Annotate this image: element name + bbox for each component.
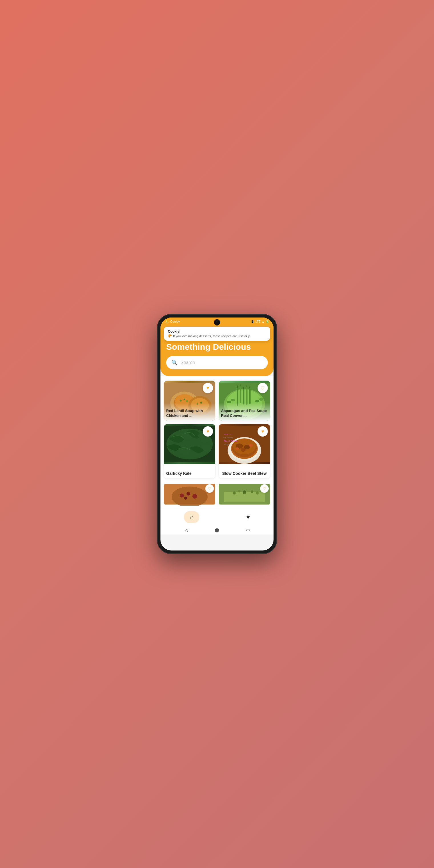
recipe-title-3: Garlicky Kale bbox=[164, 464, 215, 478]
heart-icon-4: ♥ bbox=[261, 429, 264, 434]
svg-rect-18 bbox=[246, 387, 247, 405]
recents-button[interactable]: ▭ bbox=[245, 527, 251, 533]
home-icon: ⌂ bbox=[190, 514, 193, 521]
svg-point-49 bbox=[180, 493, 184, 497]
header-title: Something Delicious bbox=[166, 342, 268, 351]
recipe-card-1[interactable]: ♥ Red Lentil Soup with Chicken and ... bbox=[164, 381, 215, 421]
camera-cutout bbox=[214, 319, 220, 326]
heart-button-2[interactable]: ♡ bbox=[257, 383, 268, 393]
lte-label: LTE bbox=[255, 320, 260, 323]
signal-icon: ▲ bbox=[261, 320, 265, 323]
search-placeholder: Search bbox=[181, 360, 195, 365]
svg-text:recipe: recipe bbox=[224, 443, 229, 446]
bell-icon: 🔔 bbox=[165, 320, 169, 323]
search-bar[interactable]: 🔍 Search bbox=[166, 356, 268, 369]
phone-frame: 🔔 Cookly 📳 LTE ▲ 🔋 Cookly! 🥐 If you love… bbox=[157, 314, 277, 554]
heart-icon-6: ♡ bbox=[263, 486, 267, 491]
phone-screen: 🔔 Cookly 📳 LTE ▲ 🔋 Cookly! 🥐 If you love… bbox=[160, 317, 274, 551]
svg-point-58 bbox=[251, 491, 253, 493]
nav-home[interactable]: ⌂ bbox=[184, 511, 199, 523]
svg-rect-17 bbox=[243, 389, 244, 405]
recipe-grid: ♥ Red Lentil Soup with Chicken and ... bbox=[160, 376, 274, 483]
svg-text:Beef Stew: Beef Stew bbox=[224, 439, 238, 442]
notification-body: 🥐 If you love making desserts, these rec… bbox=[168, 334, 266, 338]
heart-icon-1: ♥ bbox=[207, 385, 209, 391]
svg-point-28 bbox=[259, 398, 263, 401]
recipe-title-4: Slow Cooker Beef Stew bbox=[219, 464, 270, 478]
recipe-title-1: Red Lentil Soup with Chicken and ... bbox=[164, 403, 215, 421]
vibrate-icon: 📳 bbox=[251, 320, 254, 323]
nav-favorites[interactable]: ♥ bbox=[246, 514, 250, 521]
recipe-card-5[interactable]: ♡ bbox=[164, 483, 215, 506]
home-button[interactable]: ⬤ bbox=[214, 527, 220, 533]
svg-text:delicious: delicious bbox=[224, 433, 232, 436]
orange-header: Something Delicious 🔍 Search bbox=[160, 317, 274, 376]
svg-point-55 bbox=[233, 491, 236, 495]
svg-point-51 bbox=[192, 494, 197, 499]
svg-text:slow cooker: slow cooker bbox=[223, 437, 233, 439]
svg-point-59 bbox=[256, 491, 259, 495]
svg-point-26 bbox=[231, 399, 235, 401]
nav-home-button[interactable]: ⌂ bbox=[184, 511, 199, 523]
heart-button-3[interactable]: ♥ bbox=[203, 426, 213, 437]
content-area[interactable]: Something Delicious 🔍 Search bbox=[160, 317, 274, 551]
heart-button-6[interactable]: ♡ bbox=[260, 484, 269, 493]
svg-point-56 bbox=[238, 490, 241, 493]
heart-button-5[interactable]: ♡ bbox=[205, 484, 214, 493]
recipe-card-6[interactable]: ♡ bbox=[219, 483, 270, 506]
app-name-status: 🔔 Cookly bbox=[165, 320, 180, 323]
status-icons: 📳 LTE ▲ 🔋 bbox=[251, 320, 269, 323]
svg-point-50 bbox=[186, 492, 190, 496]
heart-button-4[interactable]: ♥ bbox=[257, 426, 268, 437]
svg-point-4 bbox=[180, 399, 182, 401]
svg-point-52 bbox=[184, 497, 187, 500]
svg-point-27 bbox=[255, 400, 259, 402]
back-button[interactable]: ◁ bbox=[183, 527, 189, 533]
system-nav: ◁ ⬤ ▭ bbox=[160, 525, 274, 534]
notification-emoji: 🥐 bbox=[168, 334, 172, 338]
recipe-card-4[interactable]: delicious slow cooker Beef Stew recipe ♥… bbox=[219, 424, 270, 478]
battery-icon: 🔋 bbox=[266, 320, 269, 323]
recipe-title-2: Asparagus and Pea Soup: Real Conven... bbox=[219, 403, 270, 421]
svg-point-6 bbox=[186, 400, 188, 402]
notification-title: Cookly! bbox=[168, 330, 266, 334]
heart-button-1[interactable]: ♥ bbox=[203, 383, 213, 393]
svg-rect-19 bbox=[249, 388, 250, 404]
svg-rect-16 bbox=[240, 386, 241, 403]
heart-icon-3: ♥ bbox=[207, 429, 209, 434]
search-icon: 🔍 bbox=[171, 360, 178, 366]
svg-point-57 bbox=[243, 491, 246, 494]
partial-recipe-row: ♡ ♡ bbox=[160, 483, 274, 508]
notification-card[interactable]: Cookly! 🥐 If you love making desserts, t… bbox=[164, 327, 270, 341]
recipe-card-3[interactable]: ♥ Garlicky Kale bbox=[164, 424, 215, 478]
heart-nav-icon: ♥ bbox=[246, 514, 250, 521]
heart-icon-2: ♡ bbox=[261, 385, 265, 391]
svg-point-5 bbox=[184, 399, 185, 400]
bottom-nav: ⌂ ♥ bbox=[160, 508, 274, 525]
recipe-card-2[interactable]: ♡ Asparagus and Pea Soup: Real Conven... bbox=[219, 381, 270, 421]
heart-icon-5: ♡ bbox=[208, 486, 212, 491]
